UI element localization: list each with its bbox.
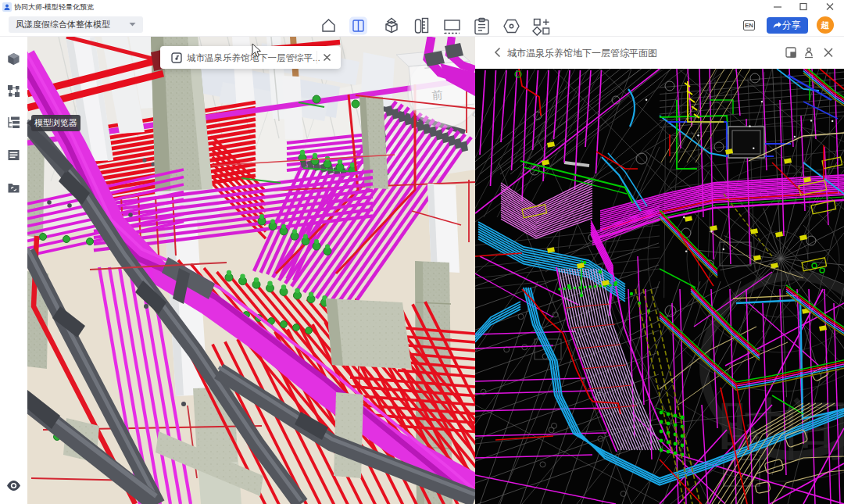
svg-text:前: 前 xyxy=(431,88,443,102)
